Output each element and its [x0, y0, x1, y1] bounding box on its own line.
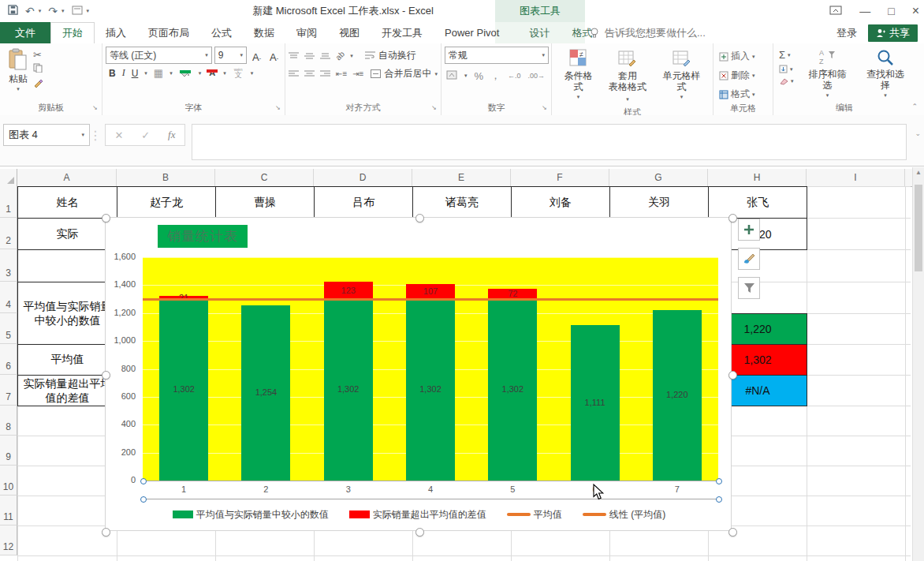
- legend-item[interactable]: 实际销量超出平均值的差值: [349, 508, 486, 522]
- tab-formulas[interactable]: 公式: [200, 22, 243, 43]
- scroll-up-icon[interactable]: ▲: [913, 169, 924, 176]
- paste-dropdown-icon[interactable]: ▾: [17, 86, 20, 92]
- clipboard-dialog-launcher-icon[interactable]: ↘: [92, 105, 100, 113]
- fill-button[interactable]: ▾: [777, 65, 796, 73]
- column-header-E[interactable]: E: [412, 169, 511, 186]
- conditional-formatting-button[interactable]: ≠ 条件格式 ▾: [555, 47, 602, 107]
- axis-selection-handle[interactable]: [140, 478, 147, 484]
- row-header-3[interactable]: 3: [0, 249, 17, 282]
- phonetic-dropdown-icon[interactable]: ▾: [251, 70, 254, 77]
- tab-insert[interactable]: 插入: [95, 22, 137, 43]
- redo-dropdown-icon[interactable]: ▾: [61, 8, 65, 14]
- cell-a3[interactable]: [17, 249, 117, 282]
- qat-customize-icon[interactable]: ▾: [87, 8, 90, 14]
- cell-row1-B[interactable]: 赵子龙: [117, 186, 216, 219]
- insert-cells-button[interactable]: 插入▾: [717, 48, 769, 65]
- align-bottom-icon[interactable]: [320, 52, 330, 60]
- underline-dropdown-icon[interactable]: ▾: [144, 70, 147, 77]
- undo-icon[interactable]: ↶: [25, 5, 35, 17]
- undo-dropdown-icon[interactable]: ▾: [39, 8, 42, 14]
- cell-row1-C[interactable]: 曹操: [215, 186, 315, 219]
- row-header-4[interactable]: 4: [0, 282, 17, 313]
- orientation-icon[interactable]: ab: [334, 50, 346, 62]
- chart-selection-handle[interactable]: [728, 528, 737, 537]
- cell-row1-E[interactable]: 诸葛亮: [412, 186, 512, 219]
- collapse-ribbon-icon[interactable]: ⌃: [911, 103, 918, 110]
- row-header-9[interactable]: 9: [0, 436, 17, 466]
- chart-selection-handle[interactable]: [102, 214, 110, 223]
- tell-me-box[interactable]: 告诉我您想要做什么...: [590, 22, 706, 43]
- minimize-button[interactable]: —: [859, 6, 870, 17]
- format-as-table-button[interactable]: 套用表格格式 ▾: [602, 47, 654, 107]
- row-header-12[interactable]: 12: [0, 525, 17, 555]
- enter-icon[interactable]: ✓: [141, 129, 150, 141]
- bold-button[interactable]: B: [109, 68, 116, 79]
- align-center-icon[interactable]: [304, 70, 315, 78]
- align-top-icon[interactable]: [289, 52, 299, 60]
- scrollbar-thumb[interactable]: [915, 185, 922, 271]
- legend-item[interactable]: 平均值与实际销量中较小的数值: [173, 508, 329, 522]
- comma-style-button[interactable]: ，: [490, 69, 501, 83]
- fill-color-dropdown-icon[interactable]: ▾: [199, 70, 202, 77]
- cell-row1-F[interactable]: 刘备: [511, 186, 610, 219]
- borders-icon[interactable]: ▦: [154, 68, 163, 78]
- maximize-button[interactable]: □: [888, 6, 894, 17]
- delete-cells-button[interactable]: 删除▾: [717, 67, 769, 84]
- chart-filters-button[interactable]: [738, 277, 760, 299]
- column-header-A[interactable]: A: [17, 169, 117, 186]
- decrease-decimal-icon[interactable]: .00→: [528, 72, 546, 80]
- formula-input[interactable]: [192, 124, 907, 160]
- axis-selection-handle[interactable]: [140, 496, 147, 503]
- phonetic-guide-button[interactable]: wén 文: [233, 67, 244, 79]
- tab-developer[interactable]: 开发工具: [371, 22, 434, 43]
- row-header-8[interactable]: 8: [0, 406, 17, 436]
- underline-button[interactable]: U: [132, 68, 139, 79]
- cell-a2[interactable]: 实际: [17, 218, 117, 250]
- cell-a6[interactable]: 平均值: [17, 344, 117, 376]
- row-header-10[interactable]: 10: [0, 466, 17, 496]
- font-color-button[interactable]: A: [207, 69, 217, 77]
- autosum-button[interactable]: Σ▾: [777, 49, 796, 61]
- clear-button[interactable]: ▾: [777, 77, 796, 85]
- sign-in-link[interactable]: 登录: [836, 26, 857, 40]
- row-header-7[interactable]: 7: [0, 375, 17, 406]
- format-cells-button[interactable]: 格式▾: [717, 86, 769, 103]
- find-select-button[interactable]: 查找和选择 ▾: [859, 47, 912, 102]
- borders-dropdown-icon[interactable]: ▾: [170, 70, 173, 77]
- ribbon-display-options-icon[interactable]: [829, 6, 842, 17]
- cancel-icon[interactable]: ✕: [114, 129, 123, 141]
- chart[interactable]: 销量统计表 02004006008001,0001,2001,4001,6001…: [105, 217, 732, 531]
- column-header-G[interactable]: G: [609, 169, 708, 186]
- name-box-dropdown-icon[interactable]: ▾: [81, 132, 84, 138]
- column-header-D[interactable]: D: [314, 169, 412, 186]
- paste-button[interactable]: 粘贴 ▾: [3, 47, 33, 102]
- tab-review[interactable]: 审阅: [285, 22, 328, 43]
- align-left-icon[interactable]: [289, 70, 299, 78]
- row-header-1[interactable]: 1: [0, 186, 17, 218]
- column-header-C[interactable]: C: [215, 169, 314, 186]
- row-header-6[interactable]: 6: [0, 344, 17, 375]
- merge-center-button[interactable]: 合并后居中▾: [371, 67, 438, 80]
- font-color-dropdown-icon[interactable]: ▾: [223, 70, 226, 77]
- tab-page-layout[interactable]: 页面布局: [137, 22, 200, 43]
- touch-mode-icon[interactable]: [72, 5, 83, 17]
- chart-selection-handle[interactable]: [415, 528, 424, 537]
- tab-chart-design[interactable]: 设计: [518, 22, 561, 43]
- save-icon[interactable]: [8, 5, 18, 17]
- wrap-text-button[interactable]: 自动换行: [365, 49, 416, 62]
- chart-selection-handle[interactable]: [415, 214, 424, 223]
- fill-color-button[interactable]: [179, 69, 192, 77]
- cell-row1-D[interactable]: 吕布: [314, 186, 413, 219]
- tab-file[interactable]: 文件: [0, 22, 50, 43]
- cell-a7[interactable]: 实际销量超出平均值的差值: [17, 375, 117, 406]
- sort-filter-button[interactable]: AZ 排序和筛选 ▾: [801, 47, 855, 102]
- cell-row1-G[interactable]: 关羽: [609, 186, 709, 219]
- row-header-5[interactable]: 5: [0, 313, 17, 344]
- percent-style-button[interactable]: %: [475, 70, 484, 82]
- align-middle-icon[interactable]: [304, 52, 315, 60]
- align-right-icon[interactable]: [320, 70, 330, 78]
- legend-item[interactable]: 平均值: [507, 508, 562, 522]
- format-painter-icon[interactable]: [33, 78, 43, 90]
- vertical-scrollbar[interactable]: ▲: [912, 167, 924, 561]
- close-button[interactable]: ×: [912, 5, 919, 17]
